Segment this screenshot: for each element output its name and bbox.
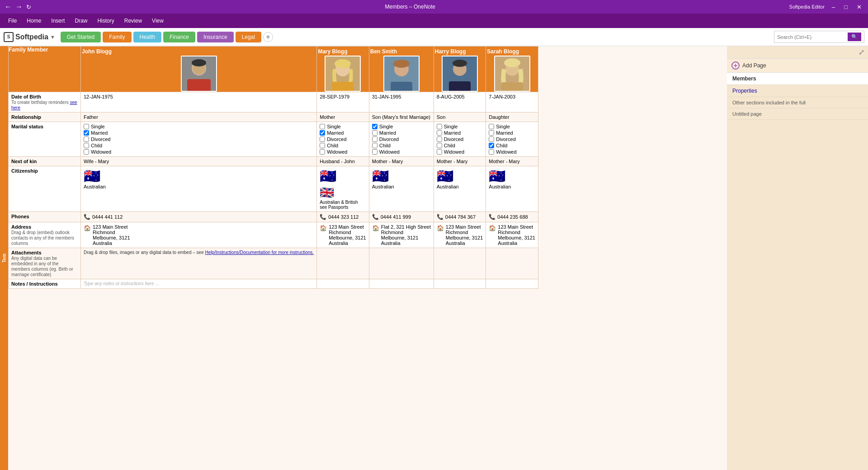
- mary-married[interactable]: [320, 130, 325, 136]
- svg-rect-16: [449, 81, 471, 91]
- cit-john: 🇦🇺 Australian: [81, 166, 317, 212]
- addr-mary: 🏠123 Main StreetRichmondMelbourne, 3121A…: [317, 222, 369, 248]
- sarah-widowed[interactable]: [489, 149, 494, 155]
- rel-sarah: Daughter: [486, 113, 538, 122]
- addr-sarah: 🏠123 Main StreetRichmondMelbourne, 3121A…: [486, 222, 538, 248]
- refresh-button[interactable]: ↻: [26, 4, 31, 10]
- ben-single[interactable]: [372, 124, 377, 129]
- title-bar-left: ← → ↻: [5, 3, 31, 11]
- mary-divorced[interactable]: [320, 136, 325, 142]
- cit-ben: 🇦🇺 Australian: [369, 166, 434, 212]
- minimize-button[interactable]: –: [830, 4, 837, 10]
- title-bar: ← → ↻ Members – OneNote Softpedia Editor…: [0, 0, 868, 14]
- harry-married[interactable]: [437, 130, 442, 136]
- members-table: Family Member John Blogg: [8, 46, 538, 289]
- restore-button[interactable]: □: [842, 4, 849, 10]
- row-address: Address Drag & drop (embed) outlook cont…: [9, 222, 538, 248]
- rel-harry: Son: [434, 113, 486, 122]
- menu-home[interactable]: Home: [22, 16, 46, 26]
- left-tab: Tem: [0, 46, 8, 470]
- dob-sarah: 7-JAN-2003: [486, 92, 538, 113]
- john-married[interactable]: [84, 130, 89, 136]
- back-button[interactable]: ←: [5, 3, 12, 11]
- member-name-john: John Blogg: [81, 47, 316, 56]
- photo-mary: [325, 56, 361, 92]
- attach-john: Drag & drop files, images or any digital…: [81, 248, 317, 279]
- member-name-sarah: Sarah Blogg: [486, 47, 538, 56]
- expand-button-container: ⤢: [727, 46, 868, 59]
- expand-icon[interactable]: ⤢: [859, 48, 864, 56]
- harry-divorced[interactable]: [437, 136, 442, 142]
- tab-insurance[interactable]: Insurance: [197, 32, 234, 42]
- harry-child[interactable]: [437, 143, 442, 148]
- photo-ben: [383, 56, 420, 92]
- notes-john[interactable]: Type any notes or instructions here ...: [81, 279, 317, 289]
- row-dob: Date of Birth To create birthday reminde…: [9, 92, 538, 113]
- tab-add[interactable]: +: [263, 32, 273, 42]
- mary-widowed[interactable]: [320, 149, 325, 155]
- menu-insert[interactable]: Insert: [47, 16, 69, 26]
- svg-rect-20: [501, 82, 523, 91]
- menu-view[interactable]: View: [147, 16, 168, 26]
- phone-sarah: 📞 0444 235 688: [486, 212, 538, 222]
- john-divorced[interactable]: [84, 136, 89, 142]
- harry-widowed[interactable]: [437, 149, 442, 155]
- tab-health[interactable]: Health: [133, 32, 162, 42]
- tab-legal[interactable]: Legal: [236, 32, 261, 42]
- mary-single[interactable]: [320, 124, 325, 129]
- nok-mary: Husband - John: [317, 157, 369, 166]
- logo-dropdown[interactable]: ▼: [50, 34, 55, 40]
- sarah-single[interactable]: [489, 124, 494, 129]
- tab-finance[interactable]: Finance: [163, 32, 195, 42]
- search-input[interactable]: [777, 34, 848, 40]
- john-child[interactable]: [84, 143, 89, 148]
- panel-item-members[interactable]: Members: [727, 73, 868, 85]
- column-header-harry: Harry Blogg: [434, 47, 486, 92]
- svg-point-4: [192, 59, 206, 66]
- dob-link[interactable]: see here: [11, 100, 77, 110]
- tab-family[interactable]: Family: [103, 32, 131, 42]
- menu-review[interactable]: Review: [120, 16, 146, 26]
- panel-item-properties[interactable]: Properties: [727, 85, 868, 97]
- attach-link[interactable]: Help/Instructions/Documentation for more…: [205, 250, 314, 255]
- phone-ben: 📞 0444 411 999: [369, 212, 434, 222]
- harry-single[interactable]: [437, 124, 442, 129]
- close-button[interactable]: ✕: [855, 4, 863, 10]
- mary-child[interactable]: [320, 143, 325, 148]
- john-single[interactable]: [84, 124, 89, 129]
- menu-history[interactable]: History: [93, 16, 118, 26]
- ben-widowed[interactable]: [372, 149, 377, 155]
- sarah-married[interactable]: [489, 130, 494, 136]
- add-page-button[interactable]: + Add Page: [727, 59, 868, 73]
- ben-divorced[interactable]: [372, 136, 377, 142]
- dob-ben: 31-JAN-1995: [369, 92, 434, 113]
- content-area[interactable]: Family Member John Blogg: [8, 46, 727, 470]
- row-relationship: Relationship Father Mother Son (Mary's f…: [9, 113, 538, 122]
- panel-item-untitled[interactable]: Untitled page: [727, 108, 868, 120]
- menu-draw[interactable]: Draw: [70, 16, 92, 26]
- phone-mary: 📞 0444 323 112: [317, 212, 369, 222]
- notes-mary: [317, 279, 369, 289]
- logo: S Softpedia ▼: [4, 32, 55, 42]
- phone-harry: 📞 0444 784 367: [434, 212, 486, 222]
- photo-harry: [442, 56, 478, 92]
- panel-item-other[interactable]: Other sections included in the full: [727, 97, 868, 108]
- title-bar-right: Softpedia Editor – □ ✕: [789, 4, 863, 10]
- ben-married[interactable]: [372, 130, 377, 136]
- menu-file[interactable]: File: [4, 16, 21, 26]
- search-button[interactable]: 🔍: [848, 33, 861, 41]
- label-dob: Date of Birth To create birthday reminde…: [9, 92, 81, 113]
- john-widowed[interactable]: [84, 149, 89, 155]
- photo-john: [181, 56, 217, 92]
- forward-button[interactable]: →: [15, 3, 23, 11]
- attach-ben: [369, 248, 434, 279]
- tab-get-started[interactable]: Get Started: [61, 32, 101, 42]
- sarah-divorced[interactable]: [489, 136, 494, 142]
- menu-bar: File Home Insert Draw History Review Vie…: [0, 14, 868, 28]
- svg-point-19: [504, 58, 520, 67]
- marital-ben: Single Married Divorced Child Widowed: [369, 122, 434, 157]
- sarah-child[interactable]: [489, 143, 494, 148]
- row-notes: Notes / Instructions Type any notes or i…: [9, 279, 538, 289]
- ben-child[interactable]: [372, 143, 377, 148]
- main-layout: Tem Family Member John Blogg: [0, 46, 868, 470]
